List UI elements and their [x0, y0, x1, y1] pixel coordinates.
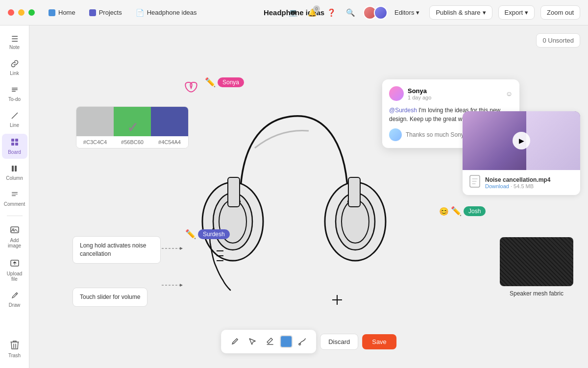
video-card: ▶ Noise cancellation.mp4 Download · 54.5… — [463, 111, 580, 195]
tab-current-doc[interactable]: 📄 Headphone ideas — [130, 6, 203, 19]
play-button[interactable]: ▶ — [513, 132, 530, 149]
sidebar-item-column[interactable]: Column — [2, 161, 27, 185]
select-tool[interactable] — [245, 334, 260, 349]
svg-rect-4 — [11, 139, 14, 142]
svg-rect-7 — [15, 143, 18, 146]
help-icon[interactable]: ❓ — [325, 6, 338, 19]
video-info: Noise cancellation.mp4 Download · 54.5 M… — [463, 170, 580, 195]
export-button[interactable]: Export ▾ — [498, 5, 535, 20]
comment-timestamp: 1 day ago — [408, 95, 431, 100]
color-picker-button[interactable] — [280, 335, 293, 348]
add-image-icon — [10, 225, 20, 236]
cursor-surdesh: ✏️ Surdesh — [185, 229, 230, 240]
note-label: Note — [9, 45, 20, 50]
sidebar-item-upload[interactable]: Upload file — [2, 254, 27, 286]
toolbar-actions: Discard Save — [320, 334, 396, 350]
sidebar-item-trash[interactable]: Trash — [2, 336, 27, 362]
editor-avatars — [363, 6, 385, 20]
unsorted-label: 0 Unsorted — [542, 37, 574, 44]
line-label: Line — [10, 123, 19, 128]
download-link[interactable]: Download — [485, 183, 509, 189]
upload-label: Upload file — [5, 271, 24, 282]
titlebar: Home Projects 📄 Headphone ideas Headphon… — [0, 0, 588, 25]
trash-label: Trash — [8, 353, 21, 358]
badge-surdesh: Surdesh — [198, 229, 230, 239]
upload-icon — [10, 258, 20, 270]
svg-rect-12 — [12, 194, 18, 194]
eraser-tool[interactable] — [262, 334, 278, 349]
mesh-card: Speaker mesh fabric — [500, 237, 573, 297]
draw-label: Draw — [9, 302, 20, 308]
comment-label: Comment — [4, 201, 25, 207]
svg-rect-5 — [15, 139, 18, 142]
annotation-touch-slider: Touch slider for volume — [73, 288, 147, 307]
headphone-svg — [181, 84, 407, 310]
thumbnail-overlay — [526, 111, 580, 170]
pen-cursor-josh: ✏️ — [451, 206, 462, 217]
sidebar: ☰ Note Link To-do Line Board — [0, 25, 29, 368]
cursor-sonya: ✏️ Sonya — [205, 77, 244, 88]
badge-josh: Josh — [464, 206, 486, 216]
tab-projects[interactable]: Projects — [83, 6, 128, 19]
add-image-label: Add image — [5, 238, 24, 248]
file-size: 54.5 MB — [514, 183, 534, 189]
close-button[interactable] — [8, 9, 14, 16]
sidebar-item-comment[interactable]: Comment — [2, 187, 27, 211]
comment-header: Sonya 1 day ago ☺ — [389, 86, 513, 101]
notification-badge: 0 — [313, 5, 320, 12]
window-controls — [8, 9, 35, 16]
file-name: Noise cancellation.mp4 — [485, 176, 550, 183]
minimize-button[interactable] — [18, 9, 24, 16]
chevron-down-icon: ▾ — [416, 9, 419, 16]
svg-rect-13 — [12, 196, 16, 196]
board-label: Board — [8, 149, 21, 155]
save-button[interactable]: Save — [362, 334, 396, 349]
link-label: Link — [10, 71, 19, 76]
mesh-label: Speaker mesh fabric — [500, 290, 573, 297]
swatch-label-gray: #C3C4C4 — [76, 136, 114, 148]
sidebar-item-draw[interactable]: Draw — [2, 288, 27, 312]
annotation-long-hold: Long hold activates noise cancellation — [73, 236, 161, 264]
link-icon — [11, 60, 19, 69]
column-label: Column — [6, 175, 23, 181]
tab-bar: Home Projects 📄 Headphone ideas — [43, 6, 203, 19]
reply-avatar — [389, 128, 402, 141]
sidebar-item-board[interactable]: Board — [2, 134, 27, 159]
sidebar-item-todo[interactable]: To-do — [2, 82, 27, 106]
svg-line-3 — [12, 113, 18, 119]
tab-home[interactable]: Home — [43, 6, 81, 19]
file-meta: Download · 54.5 MB — [485, 183, 550, 189]
swatch-gray[interactable]: ✓ — [76, 107, 114, 136]
avatar-2 — [374, 6, 388, 20]
svg-rect-23 — [228, 177, 240, 207]
todo-label: To-do — [8, 97, 21, 102]
svg-rect-24 — [348, 177, 360, 207]
svg-rect-6 — [11, 143, 14, 146]
tab-home-label: Home — [58, 9, 75, 16]
column-icon — [11, 165, 19, 174]
sidebar-item-note[interactable]: ☰ Note — [2, 31, 27, 54]
video-thumbnail[interactable]: ▶ — [463, 111, 580, 170]
chevron-down-icon: ▾ — [525, 9, 528, 16]
sidebar-item-link[interactable]: Link — [2, 56, 27, 80]
sidebar-item-add-image[interactable]: Add image — [2, 221, 27, 252]
canvas[interactable]: 0 Unsorted ✓ #C3C4C4 #56BC60 #4C54A4 — [29, 25, 588, 368]
commenter-avatar — [389, 86, 404, 101]
trash-icon — [10, 340, 19, 351]
discard-button[interactable]: Discard — [320, 334, 358, 350]
zoom-out-button[interactable]: Zoom out — [540, 5, 580, 20]
sidebar-item-line[interactable]: Line — [2, 108, 27, 132]
file-details: Noise cancellation.mp4 Download · 54.5 M… — [485, 176, 550, 189]
maximize-button[interactable] — [28, 9, 35, 16]
editors-button[interactable]: Editors ▾ — [391, 7, 423, 18]
brush-tool[interactable] — [294, 334, 310, 349]
board-icon — [10, 138, 19, 148]
home-tab-icon — [49, 9, 55, 16]
notification-icon[interactable]: 🔔 0 — [306, 6, 319, 19]
publish-share-button[interactable]: Publish & share ▾ — [429, 5, 492, 20]
comment-react-icon[interactable]: ☺ — [506, 90, 513, 98]
pen-tool[interactable] — [227, 334, 243, 349]
pen-cursor-sonya: ✏️ — [205, 77, 216, 88]
svg-rect-8 — [12, 166, 14, 172]
search-icon[interactable]: 🔍 — [344, 6, 357, 19]
